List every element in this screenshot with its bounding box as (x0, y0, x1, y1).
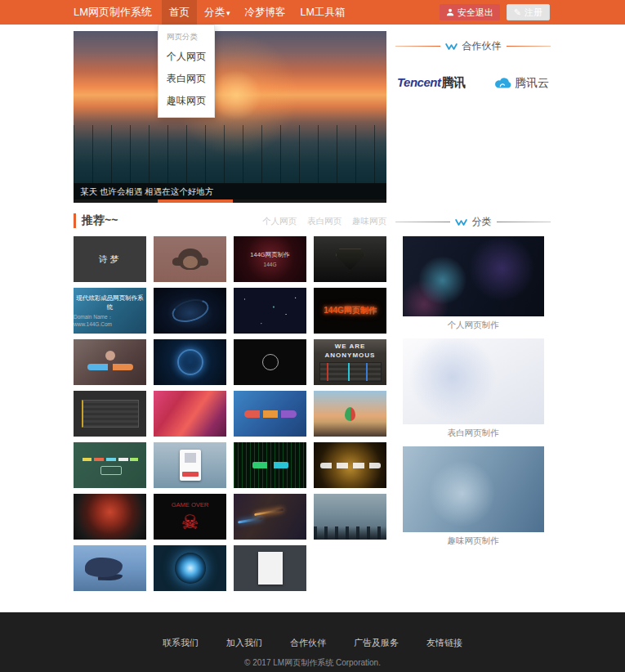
category-card: 表白网页制作 (395, 338, 551, 439)
page: LM网页制作系统 首页分类▾冷梦博客LM工具箱 安全退出 ✎ 注册 网页分类 个… (0, 0, 625, 672)
divider-line (395, 222, 450, 222)
categories-header: 分类 (395, 215, 551, 229)
thumbnail[interactable] (234, 391, 306, 437)
stars-decoration (234, 288, 306, 334)
nav-menu: 首页分类▾冷梦博客LM工具箱 (162, 0, 352, 25)
thumbnail[interactable]: 144G网页制作144G (234, 236, 306, 282)
tencent-logo-zh: 腾讯 (441, 75, 465, 89)
thumbnail[interactable] (314, 494, 386, 540)
category-filters: 个人网页表白网页趣味网页 (262, 216, 386, 227)
hero-caption: 某天 也许会相遇 相遇在这个好地方 (74, 183, 386, 199)
thumbnail[interactable] (314, 442, 386, 488)
anon-decoration (319, 362, 382, 382)
logout-button[interactable]: 安全退出 (440, 4, 500, 20)
sidebar: 合作伙伴 Tencent腾讯 腾讯云 分类 个人网页制作表白网页制作趣味网页制作 (395, 31, 551, 591)
thumbnail[interactable] (154, 391, 226, 437)
thumbnail[interactable] (74, 339, 146, 385)
filter-link[interactable]: 表白网页 (307, 216, 342, 227)
category-caption: 趣味网页制作 (395, 535, 551, 547)
footer-link[interactable]: 友情链接 (426, 638, 462, 647)
thumbnail[interactable] (314, 236, 386, 282)
thumbnail[interactable] (234, 288, 306, 334)
carousel-indicator-active[interactable] (158, 199, 233, 203)
card-decoration (258, 552, 283, 585)
nav-item[interactable]: 首页 (162, 0, 197, 25)
footer-link[interactable]: 合作伙伴 (290, 638, 326, 647)
dropdown-item[interactable]: 表白网页 (158, 68, 214, 90)
nav-item[interactable]: 分类▾ (197, 0, 238, 25)
thumbnail[interactable] (154, 288, 226, 334)
dropdown-header: 网页分类 (158, 29, 214, 46)
tencent-logo-en: Tencent (397, 75, 440, 89)
pills2-decoration (87, 364, 133, 370)
divider-line (507, 46, 551, 47)
pencil-icon: ✎ (514, 7, 521, 18)
dropdown-item[interactable]: 个人网页 (158, 46, 214, 68)
category-image[interactable] (403, 338, 544, 424)
tencent-cloud-logo[interactable]: 腾讯云 (494, 76, 549, 91)
thumbnail[interactable] (154, 442, 226, 488)
chevron-down-icon: ▾ (226, 9, 230, 17)
cloud-label: 腾讯云 (515, 76, 549, 91)
footer: 联系我们加入我们合作伙伴广告及服务友情链接 © 2017 LM网页制作系统 Co… (0, 612, 625, 672)
dropdown-item[interactable]: 趣味网页 (158, 90, 214, 112)
footer-link[interactable]: 联系我们 (163, 638, 199, 647)
thumbnail-label: WE ARE ANONYMOUS (314, 343, 386, 361)
thumbnail[interactable] (154, 545, 226, 591)
logout-label: 安全退出 (458, 7, 493, 19)
thumbnail-label: 诗梦 (96, 253, 124, 266)
thumbnail[interactable]: 诗梦 (74, 236, 146, 282)
thumbnail[interactable] (74, 391, 146, 437)
chalk-decoration (83, 458, 138, 461)
person-icon (446, 8, 454, 16)
logo-w-icon (455, 218, 467, 226)
tencent-logo[interactable]: Tencent腾讯 (397, 75, 465, 91)
partners-header: 合作伙伴 (395, 39, 551, 53)
footer-link[interactable]: 加入我们 (226, 638, 262, 647)
category-image[interactable] (403, 236, 544, 316)
thumbnail[interactable] (234, 545, 306, 591)
thumbnail[interactable] (74, 442, 146, 488)
thumbnail[interactable] (74, 545, 146, 591)
register-button[interactable]: ✎ 注册 (507, 4, 550, 20)
content-area: 某天 也许会相遇 相遇在这个好地方 推荐~~ 个人网页表白网页趣味网页 诗梦14… (0, 25, 625, 591)
thumbnail-label: 现代炫彩成品网页制作系统 (74, 294, 146, 311)
category-caption: 个人网页制作 (395, 320, 551, 331)
register-label: 注册 (525, 7, 542, 19)
brand-title[interactable]: LM网页制作系统 (74, 5, 152, 20)
cloud-icon (494, 77, 512, 89)
thumbnail[interactable] (234, 339, 306, 385)
thumbnail[interactable]: 144G网页制作 (314, 288, 386, 334)
filter-link[interactable]: 趣味网页 (352, 216, 386, 227)
top-navbar: LM网页制作系统 首页分类▾冷梦博客LM工具箱 安全退出 ✎ 注册 (0, 0, 625, 25)
thumbnail[interactable] (154, 236, 226, 282)
circle-decoration (262, 354, 279, 370)
thumbnail[interactable] (234, 442, 306, 488)
footer-link[interactable]: 广告及服务 (354, 638, 399, 647)
partners-title: 合作伙伴 (462, 39, 502, 53)
nav-item[interactable]: 冷梦博客 (238, 0, 293, 25)
musiccard-decoration (180, 450, 201, 481)
monkey-decoration (178, 249, 203, 270)
thumbnail[interactable]: GAME OVER☠ (154, 494, 226, 540)
thumbnail[interactable] (314, 391, 386, 437)
thumbnail[interactable] (74, 494, 146, 540)
thumbnail[interactable]: 现代炫彩成品网页制作系统Domain Name：www.144G.Com (74, 288, 146, 334)
nav-item[interactable]: LM工具箱 (293, 0, 353, 25)
balloon-decoration (345, 407, 355, 421)
thumbnail[interactable] (154, 339, 226, 385)
hero-carousel[interactable]: 某天 也许会相遇 相遇在这个好地方 (74, 31, 386, 199)
filter-link[interactable]: 个人网页 (262, 216, 297, 227)
table-decoration (82, 400, 139, 428)
recommend-header: 推荐~~ 个人网页表白网页趣味网页 (74, 213, 386, 228)
thumbnail-grid: 诗梦144G网页制作144G现代炫彩成品网页制作系统Domain Name：ww… (74, 236, 386, 591)
thumbnail[interactable]: WE ARE ANONYMOUS (314, 339, 386, 385)
btn3-decoration (244, 410, 297, 418)
dropdown-items: 个人网页表白网页趣味网页 (158, 46, 214, 112)
divider-line (497, 222, 551, 222)
nav-right-actions: 安全退出 ✎ 注册 (440, 4, 550, 20)
thumbnail[interactable] (234, 494, 306, 540)
category-card: 趣味网页制作 (395, 446, 551, 547)
category-image[interactable] (403, 446, 544, 532)
thumbnail-sublabel: Domain Name：www.144G.Com (74, 314, 146, 327)
